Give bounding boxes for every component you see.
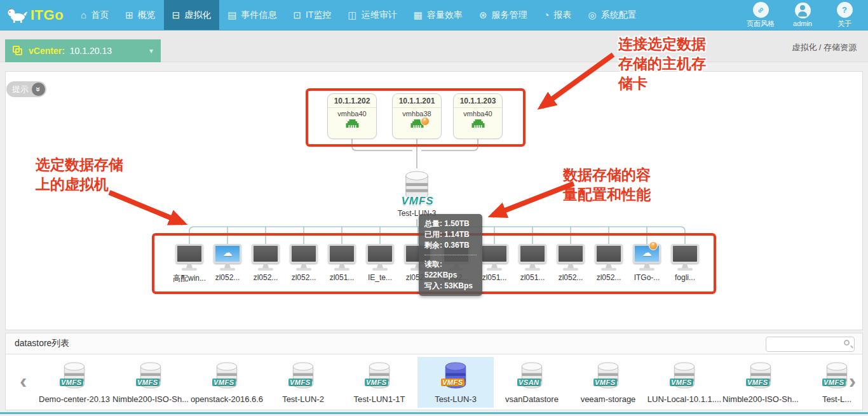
brand[interactable]: ITGo: [0, 0, 72, 30]
vm-item[interactable]: zl051...: [513, 244, 552, 284]
nav-item-service-mgmt[interactable]: ⊛服务管理: [471, 0, 536, 30]
monitoring-icon: ⊡: [294, 10, 302, 21]
itgo-dog-logo-icon: [6, 7, 28, 23]
home-icon: ⌂: [81, 10, 86, 20]
tooltip-row: 读取: 522KBps: [424, 259, 477, 281]
events-icon: ▤: [227, 10, 236, 21]
datastore-item[interactable]: VMFSTest-LUN1-1T: [341, 357, 417, 408]
tooltip-separator: [424, 255, 477, 255]
nav-item-it-monitoring[interactable]: ⊡IT监控: [285, 0, 340, 30]
vm-monitor-icon: [323, 244, 361, 271]
nav-item-home[interactable]: ⌂首页: [72, 0, 117, 30]
subheader: vCenter: 10.1.20.13 ▾ 虚拟化 / 存储资源: [0, 30, 868, 62]
cloud-icon: ☁: [215, 247, 240, 258]
nav-items: ⌂首页 ⊞概览 ⊟虚拟化 ▤事件信息 ⊡IT监控 ◫运维审计 ▦容量效率 ⊛服务…: [72, 0, 645, 30]
host-adapter-card[interactable]: 10.1.1.201 vmhba38 *: [392, 93, 442, 139]
audit-icon: ◫: [348, 10, 357, 21]
datastore-item[interactable]: VMFSLUN-Local-10.1.1....: [646, 357, 722, 408]
datastore-cylinder-icon: VMFS: [670, 359, 698, 393]
vm-item[interactable]: zl052...: [590, 244, 628, 284]
vm-item[interactable]: 高配win...: [170, 244, 208, 284]
vm-item[interactable]: IE_te...: [361, 244, 399, 284]
datastore-item[interactable]: VMFSopenstack-2016.6.6: [189, 357, 265, 408]
datastore-item[interactable]: VMFSveeam-storage: [570, 357, 646, 408]
datastore-items: VMFSDemo-center-20.13 VMFSNimble200-ISO-…: [36, 357, 863, 408]
vm-monitor-icon: ☁: [208, 244, 247, 271]
datastore-list: ‹ VMFSDemo-center-20.13 VMFSNimble200-IS…: [5, 354, 863, 410]
nav-item-overview[interactable]: ⊞概览: [117, 0, 164, 30]
nav-item-ops-audit[interactable]: ◫运维审计: [340, 0, 405, 30]
vm-monitor-icon: [552, 244, 590, 271]
vcenter-icon: [13, 46, 24, 57]
tooltip-row: 已用: 1.14TB: [424, 229, 477, 240]
datastore-list-header: datastore列表: [5, 333, 863, 354]
datastore-cylinder-icon: VMFS: [442, 359, 470, 393]
report-icon: ◔: [544, 10, 550, 20]
datastore-cylinder-icon: VMFS: [60, 359, 88, 393]
topology-panel: 10.1.1.202 vmhba40 10.1.1.201 vmhba38 * …: [5, 71, 863, 330]
vm-item[interactable]: zl051...: [323, 244, 361, 284]
datastore-tooltip: 总量: 1.50TB 已用: 1.14TB 剩余: 0.36TB 读取: 522…: [419, 214, 482, 296]
datastore-item-selected[interactable]: VMFSTest-LUN-3: [417, 357, 494, 408]
host-adapter-card[interactable]: 10.1.1.203 vmhba40: [453, 93, 503, 139]
datastore-item[interactable]: VMFSNimble200-ISO-Sh...: [112, 357, 189, 408]
breadcrumb: 虚拟化 / 存储资源: [792, 42, 857, 53]
user-icon: [795, 3, 811, 18]
ethernet-adapter-icon: [471, 119, 485, 131]
vm-item[interactable]: fogli...: [666, 244, 704, 284]
host-ip: 10.1.1.201: [393, 94, 441, 108]
ethernet-adapter-icon: [346, 119, 359, 131]
nav-item-events[interactable]: ▤事件信息: [219, 0, 285, 30]
datastore-item[interactable]: VMFSNimble200-ISO-Sh...: [722, 357, 799, 408]
brand-name: ITGo: [31, 7, 64, 23]
vm-item[interactable]: ☁zl052...: [208, 244, 247, 284]
datastore-cylinder-icon: VSAN: [518, 359, 546, 393]
nav-item-system-config[interactable]: ◎系统配置: [580, 0, 645, 30]
nav-item-virtualization[interactable]: ⊟虚拟化: [164, 0, 220, 30]
chevron-double-down-icon: »: [32, 83, 45, 96]
host-ip: 10.1.1.203: [454, 94, 502, 108]
vm-monitor-icon: [170, 244, 208, 271]
nav-right: ∞ 页面风格 admin ? 关于: [742, 0, 868, 30]
datastore-cylinder-icon: VMFS: [823, 359, 851, 393]
system-config-icon: ◎: [588, 10, 597, 21]
datastore-search-input[interactable]: [766, 337, 855, 352]
host-adapter-card[interactable]: 10.1.1.202 vmhba40: [327, 93, 377, 139]
about-button[interactable]: ? 关于: [826, 2, 863, 29]
tooltip-row: 写入: 53KBps: [424, 281, 477, 292]
admin-user-button[interactable]: admin: [784, 3, 821, 27]
service-icon: ⊛: [479, 10, 487, 21]
page-style-button[interactable]: ∞ 页面风格: [742, 2, 779, 29]
hint-toggle[interactable]: 提示 »: [6, 81, 46, 97]
scroll-left-button[interactable]: ‹: [20, 370, 27, 391]
top-nav: ITGo ⌂首页 ⊞概览 ⊟虚拟化 ▤事件信息 ⊡IT监控 ◫运维审计 ▦容量效…: [0, 0, 868, 30]
search-icon: [844, 340, 850, 346]
alert-badge-icon: *: [649, 241, 658, 250]
datastore-item[interactable]: VSANvsanDatastore: [494, 357, 570, 408]
datastore-item[interactable]: VMFSTest-LUN-2: [265, 357, 341, 408]
vm-item[interactable]: ☁*ITGo-...: [628, 244, 666, 284]
vm-monitor-icon: [590, 244, 628, 271]
vcenter-selector[interactable]: vCenter: 10.1.20.13 ▾: [5, 39, 161, 62]
vm-monitor-icon: [285, 244, 323, 271]
nav-item-reports[interactable]: ◔报表: [536, 0, 580, 30]
vmfs-label: VMFS: [387, 195, 448, 208]
nav-item-capacity[interactable]: ▦容量效率: [405, 0, 471, 30]
link-icon: ∞: [753, 2, 769, 18]
alert-badge-icon: *: [421, 117, 430, 126]
footer-accent-line: [0, 412, 868, 414]
vm-item[interactable]: zl052...: [247, 244, 285, 284]
vm-item[interactable]: zl052...: [552, 244, 590, 284]
page: ITGo ⌂首页 ⊞概览 ⊟虚拟化 ▤事件信息 ⊡IT监控 ◫运维审计 ▦容量效…: [0, 0, 868, 416]
datastore-cylinder-icon: VMFS: [213, 359, 241, 393]
datastore-cylinder-icon: VMFS: [365, 359, 393, 393]
scroll-right-button[interactable]: ›: [849, 370, 856, 391]
vm-monitor-icon: [361, 244, 399, 271]
ethernet-adapter-icon: *: [410, 119, 424, 131]
datastore-cylinder-icon: VMFS: [289, 359, 317, 393]
datastore-cylinder-icon: VMFS: [137, 359, 165, 393]
hba-name: vmhba38: [393, 110, 441, 117]
vm-monitor-icon: [513, 244, 552, 271]
vm-item[interactable]: zl052...: [285, 244, 323, 284]
datastore-item[interactable]: VMFSDemo-center-20.13: [36, 357, 112, 408]
